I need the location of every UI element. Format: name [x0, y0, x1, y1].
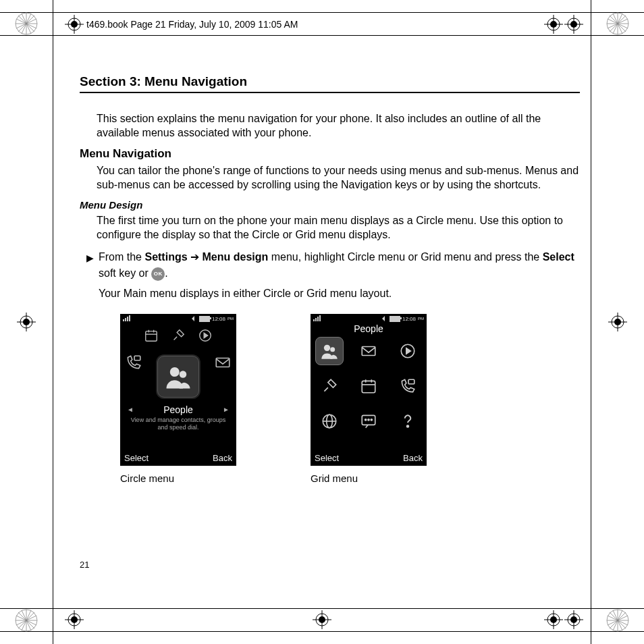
step-bullet-icon: ▶	[86, 249, 99, 302]
menu-item-title: People	[120, 404, 236, 415]
svg-rect-45	[146, 331, 157, 342]
svg-marker-64	[406, 348, 411, 354]
registration-mark-icon	[564, 15, 583, 34]
tools-icon	[170, 327, 186, 344]
crop-line	[0, 631, 644, 632]
registration-mark-icon	[65, 15, 84, 34]
crop-star-icon	[15, 609, 38, 632]
svg-rect-65	[362, 381, 375, 392]
svg-point-76	[371, 419, 372, 421]
crop-line	[0, 35, 644, 36]
registration-mark-icon	[544, 610, 563, 629]
text: soft key or	[99, 267, 151, 279]
text: .	[165, 267, 167, 279]
document-page: t469.book Page 21 Friday, July 10, 2009 …	[0, 0, 644, 644]
softkey-right: Back	[213, 453, 232, 463]
bold-text: Settings	[144, 251, 187, 263]
phone-screen-grid: 12:08PM People	[311, 314, 427, 466]
circle-menu-figure: 12:08PM ◄►	[120, 314, 236, 484]
svg-point-60	[324, 345, 330, 351]
step-text: From the Settings ➔ Menu design menu, hi…	[99, 249, 580, 302]
registration-mark-icon	[544, 15, 563, 34]
mail-icon	[354, 337, 383, 365]
softkey-left: Select	[124, 453, 149, 463]
content-area: Section 3: Menu Navigation This section …	[80, 74, 580, 484]
sub-heading: Menu Navigation	[80, 147, 580, 161]
softkey-bar: Select Back	[315, 453, 423, 463]
crop-star-icon	[606, 609, 629, 632]
menu-item-desc: View and manage contacts, groups and spe…	[126, 417, 231, 431]
call-log-icon	[124, 353, 143, 372]
svg-rect-52	[216, 358, 230, 367]
sound-icon	[192, 316, 197, 321]
svg-rect-57	[317, 317, 319, 321]
crop-star-icon	[15, 12, 38, 35]
menu-item-title: People	[311, 323, 427, 334]
im-icon	[354, 407, 383, 435]
svg-point-53	[170, 367, 180, 377]
calendar-icon	[143, 327, 159, 344]
svg-point-74	[365, 419, 367, 421]
globe-icon	[315, 407, 344, 435]
svg-rect-55	[313, 319, 315, 321]
sound-icon	[382, 316, 387, 321]
section-title: Section 3: Menu Navigation	[80, 74, 580, 93]
bold-text: Select	[543, 251, 574, 263]
screenshot-row: 12:08PM ◄►	[120, 314, 580, 484]
body-paragraph: The first time you turn on the phone you…	[97, 213, 580, 242]
sub-sub-heading: Menu Design	[80, 199, 580, 211]
svg-rect-51	[134, 356, 140, 360]
svg-point-77	[407, 425, 409, 427]
crop-line	[53, 0, 53, 644]
svg-point-75	[368, 419, 369, 421]
clock-time: 12:08	[212, 316, 225, 322]
text: menu, highlight Circle menu or Grid menu…	[268, 251, 542, 263]
phone-screen-circle: 12:08PM ◄►	[120, 314, 236, 466]
svg-rect-69	[408, 379, 414, 384]
registration-mark-icon	[313, 610, 331, 629]
svg-point-61	[330, 347, 335, 352]
signal-icon	[123, 315, 136, 323]
svg-rect-58	[319, 315, 321, 321]
intro-paragraph: This section explains the menu navigatio…	[97, 112, 580, 140]
crop-star-icon	[606, 12, 629, 35]
body-paragraph: You can tailor the phone's range of func…	[97, 163, 580, 192]
battery-icon	[390, 316, 400, 322]
softkey-right: Back	[403, 453, 423, 463]
svg-rect-40	[123, 319, 124, 321]
calendar-icon	[354, 372, 383, 400]
svg-rect-43	[129, 315, 130, 321]
call-log-icon	[394, 372, 422, 400]
svg-rect-42	[127, 317, 128, 321]
ok-key-icon: OK	[151, 267, 165, 281]
status-bar: 12:08PM	[123, 315, 234, 323]
play-icon	[394, 337, 422, 365]
registration-mark-icon	[65, 610, 84, 629]
mail-icon	[213, 353, 232, 372]
svg-marker-59	[382, 316, 385, 321]
registration-mark-icon	[564, 610, 583, 629]
battery-icon	[199, 316, 210, 322]
people-icon-selected	[315, 337, 344, 365]
step-item: ▶ From the Settings ➔ Menu design menu, …	[86, 249, 580, 302]
softkey-bar: Select Back	[124, 453, 232, 463]
crop-line	[0, 12, 644, 13]
tools-icon	[315, 372, 344, 400]
status-bar: 12:08PM	[313, 315, 424, 323]
registration-mark-icon	[608, 313, 627, 331]
page-number: 21	[80, 560, 89, 570]
people-icon-selected	[157, 356, 199, 398]
svg-point-54	[180, 371, 187, 378]
clock-ampm: PM	[418, 317, 424, 321]
grid-menu-stage: People	[311, 323, 427, 448]
svg-rect-41	[125, 318, 126, 321]
text: From the	[99, 251, 144, 263]
help-icon	[394, 407, 422, 435]
clock-time: 12:08	[402, 316, 416, 322]
svg-marker-50	[204, 333, 208, 338]
svg-marker-44	[192, 316, 194, 321]
softkey-left: Select	[315, 453, 339, 463]
bold-text: Menu design	[202, 251, 268, 263]
registration-mark-icon	[17, 313, 36, 331]
play-icon	[197, 327, 213, 344]
